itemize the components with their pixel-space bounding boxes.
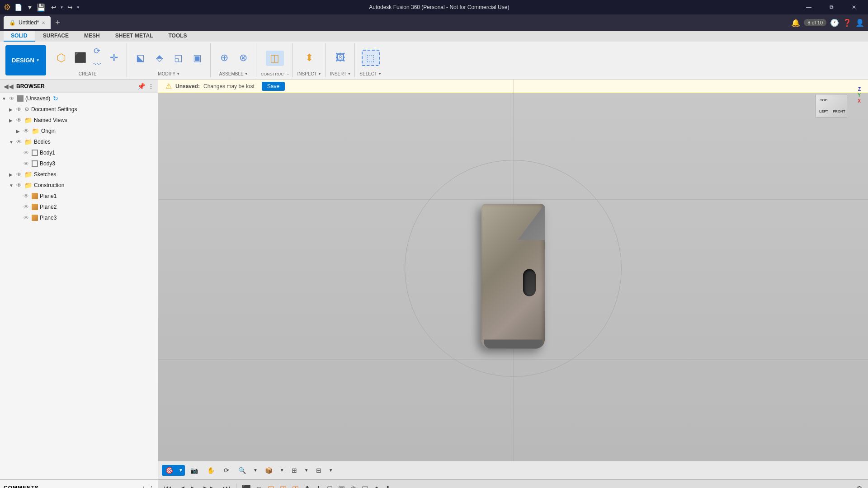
tree-body1[interactable]: 👁 Body1: [0, 147, 158, 158]
snap-dropdown[interactable]: ▼: [177, 466, 185, 474]
tl-play-btn[interactable]: ▶: [189, 483, 199, 488]
tl-step-extrude2[interactable]: ⬇: [383, 483, 392, 488]
root-eye[interactable]: 👁: [9, 95, 17, 102]
tl-step-combine[interactable]: ⊕: [349, 483, 358, 488]
tree-bodies[interactable]: ▼ 👁 📁 Bodies: [0, 136, 158, 147]
tree-construction[interactable]: ▼ 👁 📁 Construction: [0, 180, 158, 191]
tl-step-body[interactable]: ⬛: [240, 483, 253, 488]
pan-btn[interactable]: ✋: [203, 465, 218, 476]
display-dropdown[interactable]: ▼: [278, 466, 286, 474]
tree-doc-settings[interactable]: ▶ 👁 ⚙ Document Settings: [0, 104, 158, 115]
tl-step-mirror[interactable]: ⊟: [325, 483, 335, 488]
tl-step-chamfer[interactable]: ◱: [360, 483, 370, 488]
browser-back-arrow[interactable]: ◀◀: [4, 83, 14, 90]
sketches-eye[interactable]: 👁: [16, 171, 24, 178]
save-button[interactable]: Save: [262, 82, 285, 91]
press-pull-btn[interactable]: ⬕: [132, 51, 150, 65]
redo-dropdown[interactable]: ▼: [76, 5, 80, 9]
tree-plane3[interactable]: 👁 Plane3: [0, 212, 158, 223]
account-icon[interactable]: 👤: [855, 19, 864, 27]
maximize-button[interactable]: ⧉: [821, 0, 842, 14]
tree-body3[interactable]: 👁 Body3: [0, 158, 158, 169]
layout-dropdown[interactable]: ▼: [327, 466, 335, 474]
tab-sheet-metal[interactable]: SHEET METAL: [108, 31, 160, 42]
comments-more-icon[interactable]: ⋮: [148, 484, 155, 488]
tab-close-btn[interactable]: ✕: [42, 20, 45, 25]
select-btn[interactable]: ⬚: [362, 50, 380, 66]
viewcube-top-right[interactable]: [831, 94, 847, 106]
tree-root[interactable]: ▼ 👁 (Unsaved) ↻: [0, 93, 158, 104]
body3-eye[interactable]: 👁: [24, 160, 32, 167]
tl-forward-btn[interactable]: ▶▶: [202, 483, 218, 488]
quick-access-open[interactable]: ▼: [27, 4, 33, 11]
origin-eye[interactable]: 👁: [24, 128, 32, 134]
tl-step-plane3[interactable]: ◫: [290, 483, 301, 488]
tl-back-btn[interactable]: ◀: [176, 483, 186, 488]
joint-btn[interactable]: ⊕: [215, 50, 233, 66]
doc-settings-eye[interactable]: 👁: [16, 106, 24, 113]
redo-btn[interactable]: ↪: [67, 4, 73, 11]
construct-active-btn[interactable]: ◫: [266, 51, 284, 66]
construction-eye[interactable]: 👁: [16, 182, 24, 188]
comments-add-icon[interactable]: +: [142, 484, 146, 488]
design-button[interactable]: DESIGN ▼: [5, 45, 46, 75]
undo-btn[interactable]: ↩: [51, 4, 57, 11]
grid-btn[interactable]: ⊞: [288, 465, 301, 476]
bodies-eye[interactable]: 👁: [16, 139, 24, 145]
tl-step-fillet[interactable]: ⬘: [372, 483, 381, 488]
close-button[interactable]: ✕: [844, 0, 864, 14]
zoom-btn[interactable]: 🔍: [235, 465, 250, 476]
revolve-btn[interactable]: ⟳: [90, 44, 104, 58]
tl-step-plane2[interactable]: ◫: [278, 483, 288, 488]
zoom-dropdown[interactable]: ▼: [251, 466, 259, 474]
plane2-eye[interactable]: 👁: [24, 204, 32, 210]
tree-named-views[interactable]: ▶ 👁 📁 Named Views: [0, 115, 158, 126]
plane3-eye[interactable]: 👁: [24, 215, 32, 221]
viewport[interactable]: ⚠ Unsaved: Changes may be lost Save Z: [158, 80, 868, 479]
extrude-btn[interactable]: ⬛: [71, 50, 90, 66]
tl-skip-forward-btn[interactable]: ⏭: [221, 483, 232, 488]
tl-step-sketch[interactable]: ✏: [255, 483, 264, 488]
tab-untitled[interactable]: 🔒 Untitled* ✕: [4, 16, 51, 29]
insert-image-btn[interactable]: 🖼: [331, 50, 349, 66]
create-solid-btn[interactable]: ⬡: [52, 50, 71, 66]
tab-solid[interactable]: SOLID: [4, 31, 35, 42]
body1-eye[interactable]: 👁: [24, 150, 32, 156]
browser-pin-icon[interactable]: 📌: [137, 83, 145, 90]
layout-btn[interactable]: ⊟: [312, 465, 325, 476]
camera-btn[interactable]: 📷: [187, 465, 202, 476]
tab-add-btn[interactable]: +: [52, 18, 63, 28]
plane1-eye[interactable]: 👁: [24, 193, 32, 199]
root-refresh-icon[interactable]: ↻: [53, 95, 58, 102]
browser-more-icon[interactable]: ⋮: [148, 83, 154, 90]
tl-step-extrude1[interactable]: ⬆: [302, 483, 312, 488]
tree-sketches[interactable]: ▶ 👁 📁 Sketches: [0, 169, 158, 180]
tree-origin[interactable]: ▶ 👁 📁 Origin: [0, 126, 158, 136]
chamfer-btn[interactable]: ◱: [170, 51, 188, 65]
tab-surface[interactable]: SURFACE: [36, 31, 76, 42]
viewcube[interactable]: Z Y X TOP LEFT FRONT: [816, 87, 861, 123]
undo-dropdown[interactable]: ▼: [60, 5, 64, 9]
clock-icon[interactable]: 🕐: [830, 19, 839, 27]
fillet-btn[interactable]: ⬘: [151, 51, 169, 65]
viewcube-left-label[interactable]: LEFT: [816, 106, 831, 117]
sweep-btn[interactable]: 〰: [90, 58, 104, 71]
shell-btn[interactable]: ▣: [189, 51, 207, 65]
named-views-eye[interactable]: 👁: [16, 117, 24, 123]
notification-icon[interactable]: 🔔: [791, 19, 800, 27]
tl-step-plane1[interactable]: ◫: [266, 483, 276, 488]
help-icon[interactable]: ❓: [843, 19, 852, 27]
minimize-button[interactable]: —: [798, 0, 819, 14]
tl-step-move[interactable]: ✛: [314, 483, 323, 488]
snap-toggle-btn[interactable]: 🎯: [162, 465, 177, 476]
tl-step-shell[interactable]: ▣: [336, 483, 347, 488]
measure-btn[interactable]: ⬍: [300, 50, 318, 66]
tl-settings-icon[interactable]: ⚙: [854, 484, 864, 488]
grid-dropdown[interactable]: ▼: [302, 466, 311, 474]
tree-plane2[interactable]: 👁 Plane2: [0, 202, 158, 212]
viewcube-front-label[interactable]: FRONT: [831, 106, 847, 117]
quick-access-new[interactable]: 📄: [14, 4, 22, 11]
viewcube-top-left[interactable]: TOP: [816, 94, 831, 106]
display-mode-btn[interactable]: 📦: [261, 465, 276, 476]
tree-plane1[interactable]: 👁 Plane1: [0, 191, 158, 202]
